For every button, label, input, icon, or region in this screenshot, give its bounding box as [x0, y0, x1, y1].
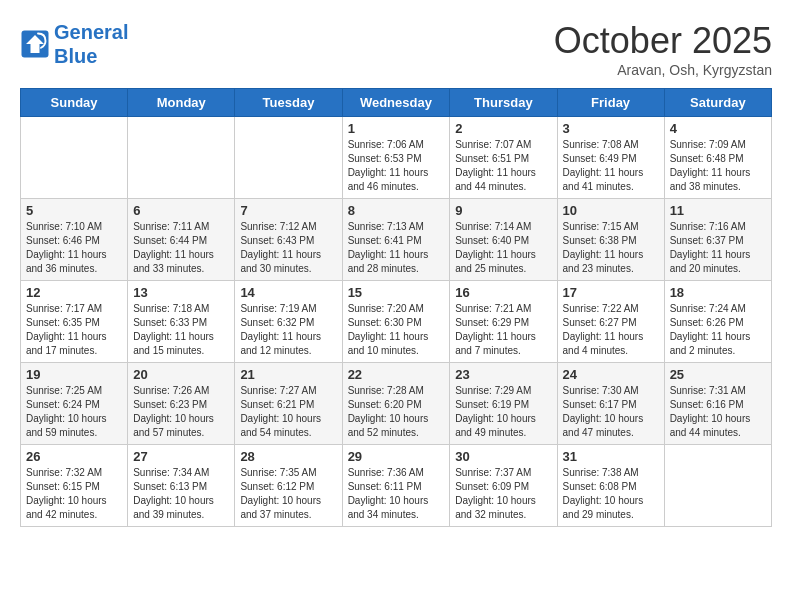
day-number: 1	[348, 121, 445, 136]
title-section: October 2025 Aravan, Osh, Kyrgyzstan	[554, 20, 772, 78]
calendar-day-cell: 29Sunrise: 7:36 AM Sunset: 6:11 PM Dayli…	[342, 445, 450, 527]
day-number: 14	[240, 285, 336, 300]
day-number: 13	[133, 285, 229, 300]
calendar-day-cell	[128, 117, 235, 199]
day-info: Sunrise: 7:20 AM Sunset: 6:30 PM Dayligh…	[348, 302, 445, 358]
day-number: 30	[455, 449, 551, 464]
day-info: Sunrise: 7:26 AM Sunset: 6:23 PM Dayligh…	[133, 384, 229, 440]
day-number: 28	[240, 449, 336, 464]
month-title: October 2025	[554, 20, 772, 62]
day-number: 3	[563, 121, 659, 136]
day-info: Sunrise: 7:06 AM Sunset: 6:53 PM Dayligh…	[348, 138, 445, 194]
calendar-day-cell: 7Sunrise: 7:12 AM Sunset: 6:43 PM Daylig…	[235, 199, 342, 281]
day-info: Sunrise: 7:30 AM Sunset: 6:17 PM Dayligh…	[563, 384, 659, 440]
day-info: Sunrise: 7:28 AM Sunset: 6:20 PM Dayligh…	[348, 384, 445, 440]
day-info: Sunrise: 7:15 AM Sunset: 6:38 PM Dayligh…	[563, 220, 659, 276]
calendar-day-cell: 28Sunrise: 7:35 AM Sunset: 6:12 PM Dayli…	[235, 445, 342, 527]
calendar-day-header: Sunday	[21, 89, 128, 117]
calendar-day-cell: 19Sunrise: 7:25 AM Sunset: 6:24 PM Dayli…	[21, 363, 128, 445]
day-info: Sunrise: 7:09 AM Sunset: 6:48 PM Dayligh…	[670, 138, 766, 194]
calendar-day-header: Wednesday	[342, 89, 450, 117]
day-number: 27	[133, 449, 229, 464]
day-number: 23	[455, 367, 551, 382]
day-info: Sunrise: 7:14 AM Sunset: 6:40 PM Dayligh…	[455, 220, 551, 276]
calendar-day-cell: 16Sunrise: 7:21 AM Sunset: 6:29 PM Dayli…	[450, 281, 557, 363]
calendar-day-cell: 21Sunrise: 7:27 AM Sunset: 6:21 PM Dayli…	[235, 363, 342, 445]
logo-text: General Blue	[54, 20, 128, 68]
day-number: 25	[670, 367, 766, 382]
calendar-day-cell: 15Sunrise: 7:20 AM Sunset: 6:30 PM Dayli…	[342, 281, 450, 363]
calendar-day-cell: 23Sunrise: 7:29 AM Sunset: 6:19 PM Dayli…	[450, 363, 557, 445]
calendar-day-cell: 9Sunrise: 7:14 AM Sunset: 6:40 PM Daylig…	[450, 199, 557, 281]
day-info: Sunrise: 7:17 AM Sunset: 6:35 PM Dayligh…	[26, 302, 122, 358]
calendar-week-row: 5Sunrise: 7:10 AM Sunset: 6:46 PM Daylig…	[21, 199, 772, 281]
day-info: Sunrise: 7:21 AM Sunset: 6:29 PM Dayligh…	[455, 302, 551, 358]
day-number: 16	[455, 285, 551, 300]
day-number: 8	[348, 203, 445, 218]
calendar-day-header: Saturday	[664, 89, 771, 117]
calendar-week-row: 19Sunrise: 7:25 AM Sunset: 6:24 PM Dayli…	[21, 363, 772, 445]
day-number: 7	[240, 203, 336, 218]
calendar-day-cell: 1Sunrise: 7:06 AM Sunset: 6:53 PM Daylig…	[342, 117, 450, 199]
day-number: 17	[563, 285, 659, 300]
day-number: 9	[455, 203, 551, 218]
calendar-day-cell: 24Sunrise: 7:30 AM Sunset: 6:17 PM Dayli…	[557, 363, 664, 445]
day-number: 10	[563, 203, 659, 218]
day-number: 15	[348, 285, 445, 300]
calendar-day-cell: 8Sunrise: 7:13 AM Sunset: 6:41 PM Daylig…	[342, 199, 450, 281]
day-info: Sunrise: 7:29 AM Sunset: 6:19 PM Dayligh…	[455, 384, 551, 440]
calendar-day-cell: 6Sunrise: 7:11 AM Sunset: 6:44 PM Daylig…	[128, 199, 235, 281]
day-number: 6	[133, 203, 229, 218]
calendar-day-cell	[21, 117, 128, 199]
page-header: General Blue October 2025 Aravan, Osh, K…	[20, 20, 772, 78]
calendar-week-row: 1Sunrise: 7:06 AM Sunset: 6:53 PM Daylig…	[21, 117, 772, 199]
calendar-day-cell	[235, 117, 342, 199]
calendar-day-cell: 10Sunrise: 7:15 AM Sunset: 6:38 PM Dayli…	[557, 199, 664, 281]
calendar-table: SundayMondayTuesdayWednesdayThursdayFrid…	[20, 88, 772, 527]
day-info: Sunrise: 7:12 AM Sunset: 6:43 PM Dayligh…	[240, 220, 336, 276]
day-number: 19	[26, 367, 122, 382]
calendar-week-row: 26Sunrise: 7:32 AM Sunset: 6:15 PM Dayli…	[21, 445, 772, 527]
day-number: 20	[133, 367, 229, 382]
day-info: Sunrise: 7:22 AM Sunset: 6:27 PM Dayligh…	[563, 302, 659, 358]
calendar-day-cell: 25Sunrise: 7:31 AM Sunset: 6:16 PM Dayli…	[664, 363, 771, 445]
day-info: Sunrise: 7:18 AM Sunset: 6:33 PM Dayligh…	[133, 302, 229, 358]
calendar-day-header: Friday	[557, 89, 664, 117]
calendar-day-cell: 12Sunrise: 7:17 AM Sunset: 6:35 PM Dayli…	[21, 281, 128, 363]
location-subtitle: Aravan, Osh, Kyrgyzstan	[554, 62, 772, 78]
calendar-header-row: SundayMondayTuesdayWednesdayThursdayFrid…	[21, 89, 772, 117]
day-number: 5	[26, 203, 122, 218]
day-info: Sunrise: 7:24 AM Sunset: 6:26 PM Dayligh…	[670, 302, 766, 358]
day-number: 4	[670, 121, 766, 136]
calendar-day-cell: 4Sunrise: 7:09 AM Sunset: 6:48 PM Daylig…	[664, 117, 771, 199]
calendar-week-row: 12Sunrise: 7:17 AM Sunset: 6:35 PM Dayli…	[21, 281, 772, 363]
calendar-day-cell: 5Sunrise: 7:10 AM Sunset: 6:46 PM Daylig…	[21, 199, 128, 281]
calendar-day-cell: 2Sunrise: 7:07 AM Sunset: 6:51 PM Daylig…	[450, 117, 557, 199]
day-number: 22	[348, 367, 445, 382]
day-info: Sunrise: 7:08 AM Sunset: 6:49 PM Dayligh…	[563, 138, 659, 194]
day-number: 29	[348, 449, 445, 464]
calendar-day-header: Thursday	[450, 89, 557, 117]
day-number: 18	[670, 285, 766, 300]
day-number: 2	[455, 121, 551, 136]
calendar-day-cell: 20Sunrise: 7:26 AM Sunset: 6:23 PM Dayli…	[128, 363, 235, 445]
logo-icon	[20, 29, 50, 59]
calendar-day-cell: 22Sunrise: 7:28 AM Sunset: 6:20 PM Dayli…	[342, 363, 450, 445]
day-info: Sunrise: 7:10 AM Sunset: 6:46 PM Dayligh…	[26, 220, 122, 276]
day-info: Sunrise: 7:25 AM Sunset: 6:24 PM Dayligh…	[26, 384, 122, 440]
day-number: 11	[670, 203, 766, 218]
calendar-day-header: Tuesday	[235, 89, 342, 117]
day-info: Sunrise: 7:11 AM Sunset: 6:44 PM Dayligh…	[133, 220, 229, 276]
day-info: Sunrise: 7:38 AM Sunset: 6:08 PM Dayligh…	[563, 466, 659, 522]
calendar-day-cell: 11Sunrise: 7:16 AM Sunset: 6:37 PM Dayli…	[664, 199, 771, 281]
day-info: Sunrise: 7:32 AM Sunset: 6:15 PM Dayligh…	[26, 466, 122, 522]
day-info: Sunrise: 7:31 AM Sunset: 6:16 PM Dayligh…	[670, 384, 766, 440]
calendar-day-header: Monday	[128, 89, 235, 117]
day-info: Sunrise: 7:35 AM Sunset: 6:12 PM Dayligh…	[240, 466, 336, 522]
day-info: Sunrise: 7:37 AM Sunset: 6:09 PM Dayligh…	[455, 466, 551, 522]
day-info: Sunrise: 7:13 AM Sunset: 6:41 PM Dayligh…	[348, 220, 445, 276]
calendar-day-cell: 14Sunrise: 7:19 AM Sunset: 6:32 PM Dayli…	[235, 281, 342, 363]
day-info: Sunrise: 7:34 AM Sunset: 6:13 PM Dayligh…	[133, 466, 229, 522]
calendar-day-cell: 3Sunrise: 7:08 AM Sunset: 6:49 PM Daylig…	[557, 117, 664, 199]
calendar-day-cell: 27Sunrise: 7:34 AM Sunset: 6:13 PM Dayli…	[128, 445, 235, 527]
